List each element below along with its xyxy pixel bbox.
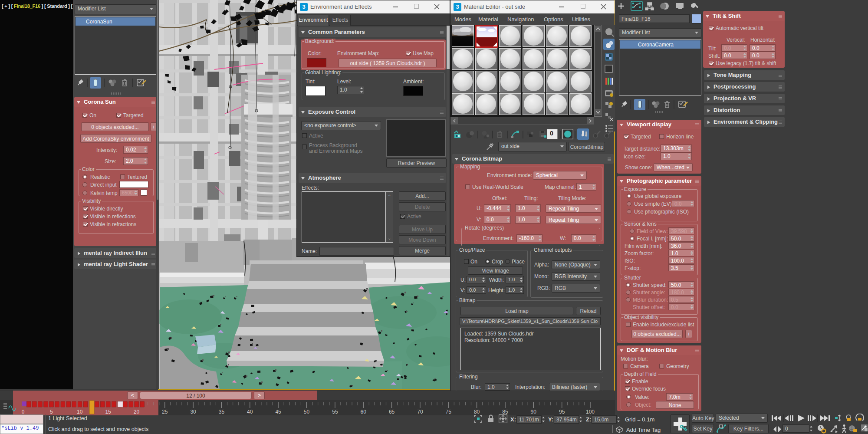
svg-text:25: 25 [162,409,168,415]
svg-text:20: 20 [134,409,140,415]
svg-text:30: 30 [190,409,196,415]
svg-text:40: 40 [247,409,253,415]
svg-text:80: 80 [474,409,480,415]
svg-text:0: 0 [22,409,25,415]
svg-text:95: 95 [559,409,565,415]
svg-text:75: 75 [446,409,452,415]
svg-text:90: 90 [531,409,537,415]
svg-text:10: 10 [77,409,83,415]
svg-text:100: 100 [586,409,595,415]
svg-text:65: 65 [389,409,395,415]
svg-text:60: 60 [361,409,367,415]
svg-text:85: 85 [502,409,508,415]
svg-text:15: 15 [105,409,111,415]
svg-text:50: 50 [304,409,310,415]
svg-text:70: 70 [417,409,423,415]
svg-text:45: 45 [275,409,281,415]
svg-text:55: 55 [332,409,338,415]
svg-text:35: 35 [219,409,225,415]
svg-text:5: 5 [50,409,53,415]
